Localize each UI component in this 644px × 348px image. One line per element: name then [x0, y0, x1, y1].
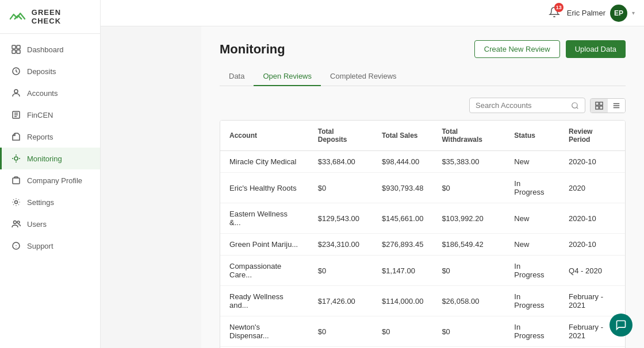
- tab-completed-reviews[interactable]: Completed Reviews: [321, 67, 406, 86]
- view-toggle: [590, 98, 626, 113]
- sidebar-label-support: Support: [27, 242, 53, 250]
- cell-account: Eastern Wellness &...: [220, 203, 309, 234]
- table-row[interactable]: Miracle City Medical $33,684.00 $98,444.…: [220, 151, 625, 173]
- cell-status: New: [505, 151, 559, 173]
- sidebar: GREEN CHECK Dashboard Deposits Accounts: [0, 0, 101, 348]
- support-icon: [11, 241, 21, 251]
- cell-sales: $0: [373, 316, 432, 347]
- sidebar-label-reports: Reports: [27, 133, 53, 141]
- svg-rect-2: [12, 50, 16, 53]
- cell-deposits: $234,310.00: [309, 234, 373, 256]
- notification-count: 13: [554, 3, 564, 12]
- cell-period: Q4 - 2020: [559, 256, 625, 286]
- cell-status: In Progress: [505, 256, 559, 286]
- col-total-deposits: Total Deposits: [309, 121, 373, 151]
- cell-withdrawals: $35,383.00: [432, 151, 505, 173]
- sidebar-item-dashboard[interactable]: Dashboard: [0, 38, 100, 60]
- svg-point-9: [15, 201, 18, 204]
- tab-open-reviews[interactable]: Open Reviews: [254, 67, 321, 86]
- table-row[interactable]: Eric's Healthy Roots $0 $930,793.48 $0 I…: [220, 173, 625, 203]
- cell-deposits: $0: [309, 316, 373, 347]
- sidebar-item-accounts[interactable]: Accounts: [0, 82, 100, 104]
- grid-view-button[interactable]: [591, 99, 608, 113]
- cell-status: In Progress: [505, 173, 559, 203]
- table-row[interactable]: Compassionate Care... $0 $1,147.00 $0 In…: [220, 256, 625, 286]
- upload-data-button[interactable]: Upload Data: [566, 40, 626, 58]
- user-name: Eric Palmer: [567, 9, 605, 17]
- svg-rect-16: [596, 106, 599, 109]
- create-review-button[interactable]: Create New Review: [474, 40, 560, 58]
- chat-button[interactable]: [610, 314, 632, 337]
- sidebar-item-settings[interactable]: Settings: [0, 191, 100, 213]
- cell-withdrawals: $103,992.20: [432, 203, 505, 234]
- cell-withdrawals: $26,058.00: [432, 286, 505, 316]
- cell-account: Compassionate Care...: [220, 256, 309, 286]
- cell-withdrawals: $0: [432, 316, 505, 347]
- sidebar-item-company-profile[interactable]: Company Profile: [0, 169, 100, 191]
- cell-deposits: $17,426.00: [309, 286, 373, 316]
- col-total-sales: Total Sales: [373, 121, 432, 151]
- search-bar: [220, 98, 626, 113]
- main-content: Monitoring Create New Review Upload Data…: [201, 26, 644, 348]
- svg-rect-15: [600, 102, 603, 105]
- sidebar-label-company: Company Profile: [27, 176, 82, 185]
- cell-withdrawals: $0: [432, 256, 505, 286]
- sidebar-item-monitoring[interactable]: Monitoring: [0, 148, 100, 169]
- sidebar-nav: Dashboard Deposits Accounts FinCEN Repor: [0, 34, 100, 348]
- cell-deposits: $129,543.00: [309, 203, 373, 234]
- user-menu[interactable]: Eric Palmer EP ▾: [567, 5, 635, 22]
- cell-status: New: [505, 234, 559, 256]
- cell-status: In Progress: [505, 286, 559, 316]
- table-row[interactable]: Green Point Mariju... $234,310.00 $276,8…: [220, 234, 625, 256]
- avatar: EP: [610, 5, 627, 22]
- monitoring-icon: [11, 153, 21, 164]
- sidebar-label-settings: Settings: [27, 198, 54, 207]
- accounts-icon: [11, 88, 21, 98]
- svg-point-7: [14, 157, 18, 160]
- company-icon: [11, 175, 21, 185]
- users-icon: [11, 219, 21, 229]
- cell-sales: $930,793.48: [373, 173, 432, 203]
- dashboard-icon: [11, 44, 21, 55]
- svg-rect-1: [17, 45, 20, 49]
- svg-point-5: [14, 90, 18, 93]
- svg-rect-14: [596, 102, 599, 105]
- notification-bell[interactable]: 13: [549, 6, 560, 20]
- cell-sales: $1,147.00: [373, 256, 432, 286]
- search-input[interactable]: [476, 101, 568, 110]
- search-input-wrap[interactable]: [469, 98, 585, 113]
- cell-sales: $276,893.45: [373, 234, 432, 256]
- sidebar-label-deposits: Deposits: [27, 67, 56, 76]
- cell-period: February - 2021: [559, 286, 625, 316]
- top-header: 13 Eric Palmer EP ▾: [101, 0, 644, 26]
- col-total-withdrawals: Total Withdrawals: [432, 121, 505, 151]
- sidebar-item-reports[interactable]: Reports: [0, 126, 100, 148]
- logo-icon: [9, 11, 27, 22]
- cell-period: 2020-10: [559, 203, 625, 234]
- sidebar-item-users[interactable]: Users: [0, 213, 100, 235]
- accounts-table: Account Total Deposits Total Sales Total…: [220, 120, 626, 348]
- cell-sales: $114,000.00: [373, 286, 432, 316]
- sidebar-item-deposits[interactable]: Deposits: [0, 60, 100, 82]
- chevron-down-icon: ▾: [632, 10, 635, 16]
- svg-point-13: [572, 102, 577, 107]
- fincen-icon: [11, 110, 21, 120]
- tab-data[interactable]: Data: [220, 67, 254, 86]
- sidebar-label-fincen: FinCEN: [27, 111, 53, 119]
- svg-rect-8: [13, 178, 20, 184]
- svg-rect-3: [17, 50, 20, 53]
- cell-sales: $145,661.00: [373, 203, 432, 234]
- table-row[interactable]: Ready Wellness and... $17,426.00 $114,00…: [220, 286, 625, 316]
- svg-rect-0: [12, 45, 16, 49]
- sidebar-item-support[interactable]: Support: [0, 235, 100, 257]
- cell-account: Eric's Healthy Roots: [220, 173, 309, 203]
- list-icon: [612, 102, 620, 110]
- sidebar-item-fincen[interactable]: FinCEN: [0, 104, 100, 126]
- table-row[interactable]: Newton's Dispensar... $0 $0 $0 In Progre…: [220, 316, 625, 347]
- tab-bar: Data Open Reviews Completed Reviews: [220, 67, 626, 86]
- svg-point-10: [14, 221, 17, 224]
- col-account: Account: [220, 121, 309, 151]
- table-row[interactable]: Eastern Wellness &... $129,543.00 $145,6…: [220, 203, 625, 234]
- sidebar-label-dashboard: Dashboard: [27, 45, 64, 54]
- list-view-button[interactable]: [608, 99, 625, 113]
